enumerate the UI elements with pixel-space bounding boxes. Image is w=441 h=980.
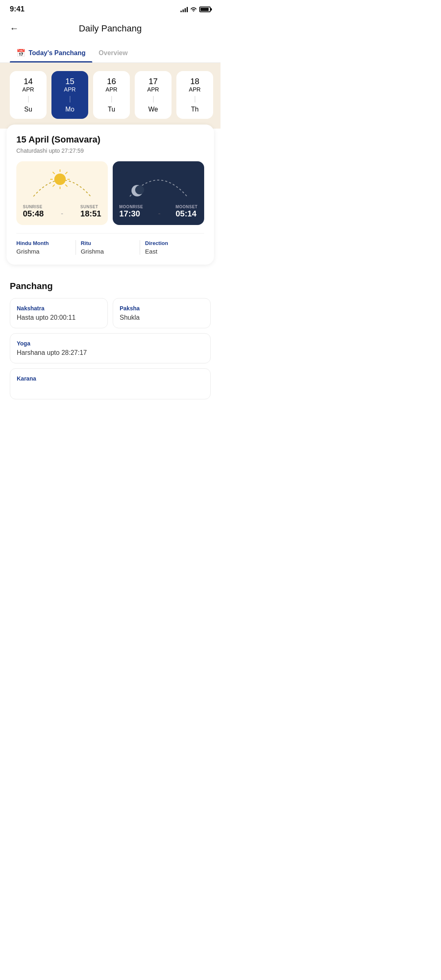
tab-overview-label: Overview — [99, 49, 128, 57]
calendar-strip-wrapper: 14 APR Su 15 APR Mo 16 APR Tu 17 APR We … — [0, 63, 220, 129]
info-cell-ritu: Ritu Grishma — [76, 240, 140, 255]
sunrise-value: 05:48 — [23, 209, 44, 218]
paksha-label: Paksha — [120, 305, 204, 312]
hindu-month-value: Grishma — [16, 248, 71, 255]
panchang-card-nakshatra: Nakshatra Hasta upto 20:00:11 — [10, 298, 108, 328]
back-button[interactable]: ← — [10, 23, 19, 34]
info-cell-hindu-month: Hindu Month Grishma — [16, 240, 76, 255]
page-header: ← Daily Panchang — [0, 17, 220, 42]
moonset-label: MOONSET — [176, 205, 198, 209]
cal-day-num: 17 — [149, 77, 158, 86]
cal-day-sep — [70, 96, 70, 102]
cal-day-name: We — [148, 106, 158, 113]
cal-day-18[interactable]: 18 APR Th — [176, 71, 213, 119]
cal-day-name: Mo — [65, 106, 74, 113]
tab-todays-panchang[interactable]: 📅 Today's Panchang — [10, 42, 92, 62]
svg-line-5 — [53, 172, 55, 174]
calendar-icon: 📅 — [16, 49, 25, 58]
card-date: 15 April (Somavara) — [16, 134, 204, 145]
cal-day-sep — [195, 96, 195, 102]
paksha-value: Shukla — [120, 314, 204, 321]
info-cell-direction: Direction East — [140, 240, 204, 255]
yoga-label: Yoga — [17, 340, 204, 347]
panchang-section: Panchang Nakshatra Hasta upto 20:00:11 P… — [0, 277, 220, 408]
cal-day-14[interactable]: 14 APR Su — [10, 71, 47, 119]
sun-dash: - — [61, 205, 63, 218]
svg-point-10 — [135, 185, 144, 194]
sun-moon-panels: SUNRISE 05:48 - SUNSET 18:51 — [16, 161, 204, 225]
sun-arc-svg — [23, 168, 101, 200]
sunset-block: SUNSET 18:51 — [80, 205, 101, 218]
sun-panel: SUNRISE 05:48 - SUNSET 18:51 — [16, 161, 108, 225]
svg-line-8 — [65, 185, 67, 187]
ritu-value: Grishma — [81, 248, 135, 255]
cal-day-num: 18 — [190, 77, 199, 86]
cal-day-num: 15 — [65, 77, 74, 86]
cal-day-month: APR — [189, 86, 201, 93]
moon-panel: MOONRISE 17:30 - MOONSET 05:14 — [113, 161, 204, 225]
panchang-card-karana: Karana — [10, 368, 211, 399]
status-bar: 9:41 — [0, 0, 220, 17]
moonset-block: MOONSET 05:14 — [176, 205, 198, 218]
moonrise-block: MOONRISE 17:30 — [119, 205, 143, 218]
cal-day-name: Th — [191, 106, 199, 113]
cal-day-16[interactable]: 16 APR Tu — [93, 71, 130, 119]
svg-line-7 — [53, 185, 55, 187]
moonrise-value: 17:30 — [119, 209, 143, 218]
tab-bar: 📅 Today's Panchang Overview — [0, 42, 220, 63]
tab-overview[interactable]: Overview — [92, 43, 134, 62]
cal-day-name: Su — [24, 106, 32, 113]
sunset-label: SUNSET — [80, 205, 101, 209]
cal-day-num: 16 — [107, 77, 116, 86]
moonset-value: 05:14 — [176, 209, 198, 218]
hindu-month-label: Hindu Month — [16, 240, 71, 246]
wifi-icon — [190, 6, 197, 13]
cal-day-month: APR — [22, 86, 34, 93]
card-subtitle: Chaturdashi upto 27:27:59 — [16, 147, 204, 154]
tab-todays-panchang-label: Today's Panchang — [29, 49, 86, 57]
sunrise-label: SUNRISE — [23, 205, 44, 209]
cal-day-month: APR — [64, 86, 76, 93]
cal-day-month: APR — [106, 86, 118, 93]
svg-line-6 — [65, 172, 67, 174]
cal-day-sep — [153, 96, 154, 102]
nakshatra-label: Nakshatra — [17, 305, 101, 312]
sunrise-block: SUNRISE 05:48 — [23, 205, 44, 218]
calendar-strip: 14 APR Su 15 APR Mo 16 APR Tu 17 APR We … — [10, 71, 213, 119]
nakshatra-value: Hasta upto 20:00:11 — [17, 314, 101, 321]
cal-day-sep — [28, 96, 29, 102]
cal-day-num: 14 — [24, 77, 33, 86]
moonrise-label: MOONRISE — [119, 205, 143, 209]
signal-icon — [180, 7, 188, 12]
cal-day-17[interactable]: 17 APR We — [135, 71, 172, 119]
panchang-card-yoga: Yoga Harshana upto 28:27:17 — [10, 333, 211, 363]
moon-times: MOONRISE 17:30 - MOONSET 05:14 — [119, 205, 198, 218]
direction-label: Direction — [145, 240, 199, 246]
sun-times: SUNRISE 05:48 - SUNSET 18:51 — [23, 205, 101, 218]
day-detail-card: 15 April (Somavara) Chaturdashi upto 27:… — [7, 125, 214, 265]
cal-day-month: APR — [147, 86, 159, 93]
moon-dash: - — [158, 205, 160, 218]
panchang-section-title: Panchang — [10, 281, 211, 292]
cal-day-name: Tu — [108, 106, 115, 113]
panchang-grid: Nakshatra Hasta upto 20:00:11 Paksha Shu… — [10, 298, 211, 363]
page-title: Daily Panchang — [79, 23, 142, 34]
sunset-value: 18:51 — [80, 209, 101, 218]
panchang-card-paksha: Paksha Shukla — [113, 298, 211, 328]
cal-day-sep — [111, 96, 112, 102]
cal-day-15[interactable]: 15 APR Mo — [51, 71, 88, 119]
ritu-label: Ritu — [81, 240, 135, 246]
info-row: Hindu Month Grishma Ritu Grishma Directi… — [16, 233, 204, 255]
karana-label: Karana — [17, 375, 204, 382]
karana-value — [17, 384, 204, 392]
status-time: 9:41 — [10, 5, 24, 13]
svg-point-0 — [54, 174, 66, 185]
battery-icon — [199, 7, 211, 12]
yoga-value: Harshana upto 28:27:17 — [17, 349, 204, 356]
status-icons — [180, 6, 211, 13]
moon-arc-svg — [119, 168, 198, 200]
direction-value: East — [145, 248, 199, 255]
